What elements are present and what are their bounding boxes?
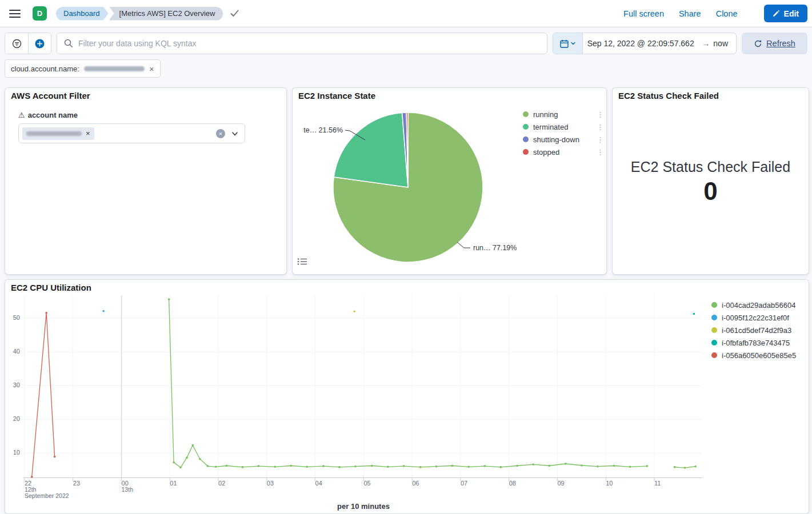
legend-color-dot xyxy=(711,352,717,358)
search-icon xyxy=(64,39,73,48)
edit-button[interactable]: Edit xyxy=(764,5,807,22)
legend-item-i-0095f12c22c31ef0f[interactable]: i-0095f12c22c31ef0f xyxy=(711,311,807,324)
legend-item-running[interactable]: running⋮ xyxy=(523,108,604,121)
clone-link[interactable]: Clone xyxy=(716,9,738,18)
metric-value: 0 xyxy=(613,177,809,206)
full-screen-link[interactable]: Full screen xyxy=(623,9,664,18)
legend-color-dot xyxy=(523,136,529,142)
edit-button-label: Edit xyxy=(784,9,799,18)
legend-color-dot xyxy=(711,340,717,346)
legend-label: i-004cad29adab56604 xyxy=(722,301,795,310)
range-arrow-icon: → xyxy=(698,39,713,48)
x-axis-tick-label: 23 xyxy=(73,480,80,487)
x-axis-date-label: September 2022 xyxy=(25,492,69,499)
legend-item-terminated[interactable]: terminated⋮ xyxy=(523,121,604,133)
hamburger-menu-button[interactable] xyxy=(9,7,23,21)
legend-item-i-056a6050e605e85e5[interactable]: i-056a6050e605e85e5 xyxy=(711,349,807,362)
kql-search-input[interactable] xyxy=(78,39,540,48)
legend-color-dot xyxy=(523,111,529,117)
filter-pill-label: cloud.account.name: xyxy=(11,65,79,73)
panel-ec2-cpu-utilization: EC2 CPU Utilization 1020304050 222300010… xyxy=(5,279,809,514)
saved-check-icon[interactable] xyxy=(230,10,239,17)
top-navigation-bar: D Dashboard [Metrics AWS] EC2 Overview F… xyxy=(0,0,812,27)
control-label: ⚠ account name xyxy=(18,111,78,119)
legend-toggle-button[interactable] xyxy=(297,257,309,267)
x-axis-tick-label: 02 xyxy=(218,480,225,487)
legend-actions-icon[interactable]: ⋮ xyxy=(597,110,604,119)
menu-icon xyxy=(9,10,21,11)
legend-item-i-0fbfafb783e743475[interactable]: i-0fbfafb783e743475 xyxy=(711,336,807,349)
calendar-icon xyxy=(560,39,569,48)
deployment-badge[interactable]: D xyxy=(33,6,47,21)
legend-list-icon xyxy=(297,257,307,266)
filter-pill[interactable]: cloud.account.name: × xyxy=(5,59,161,78)
plus-icon xyxy=(35,39,45,49)
pencil-icon xyxy=(773,10,780,17)
x-axis-tick-label: 03 xyxy=(267,480,274,487)
x-axis-tick-label: 04 xyxy=(315,480,322,487)
y-axis-tick-label: 30 xyxy=(5,382,20,388)
y-axis-tick-label: 50 xyxy=(5,314,20,321)
date-picker: Sep 12, 2022 @ 22:09:57.662 → now xyxy=(553,33,737,54)
x-axis-tick-label: 09 xyxy=(557,480,564,487)
refresh-button-label: Refresh xyxy=(766,39,795,48)
chevron-down-icon xyxy=(570,41,576,46)
selected-option-token[interactable]: × xyxy=(22,127,94,140)
legend-color-dot xyxy=(711,302,717,308)
share-link[interactable]: Share xyxy=(679,9,701,18)
time-range-end[interactable]: now xyxy=(713,39,736,48)
cpu-legend: i-004cad29adab56604i-0095f12c22c31ef0fi-… xyxy=(711,299,807,362)
redacted-filter-value xyxy=(84,66,145,71)
token-remove-icon[interactable]: × xyxy=(86,129,90,138)
panel-title: EC2 CPU Utilization xyxy=(11,283,91,292)
legend-label: i-056a6050e605e85e5 xyxy=(722,351,796,360)
legend-actions-icon[interactable]: ⋮ xyxy=(597,148,604,156)
legend-actions-icon[interactable]: ⋮ xyxy=(597,123,604,131)
x-axis-tick-label: 10 xyxy=(606,480,613,487)
query-controls-group xyxy=(5,33,51,54)
filter-set-icon xyxy=(12,39,22,49)
x-axis-tick-label: 07 xyxy=(461,480,467,487)
refresh-button[interactable]: Refresh xyxy=(742,33,807,54)
x-axis-title: per 10 minutes xyxy=(23,502,703,511)
saved-query-menu-button[interactable] xyxy=(5,33,28,54)
top-actions: Full screen Share Clone Edit xyxy=(623,5,812,22)
date-quick-menu-button[interactable] xyxy=(553,33,583,54)
legend-item-i-061cd5def74d2f9a3[interactable]: i-061cd5def74d2f9a3 xyxy=(711,324,807,336)
refresh-icon xyxy=(754,39,762,48)
legend-actions-icon[interactable]: ⋮ xyxy=(597,135,604,144)
warning-icon: ⚠ xyxy=(18,111,25,119)
legend-label: i-0095f12c22c31ef0f xyxy=(722,314,789,322)
x-axis-tick-label: 08 xyxy=(509,480,516,487)
redacted-account-value xyxy=(26,131,82,136)
x-axis-tick-labels: 222300010203040506070809101112thSeptembe… xyxy=(23,480,703,499)
cpu-line-chart[interactable] xyxy=(23,295,703,484)
legend-label: terminated xyxy=(533,123,568,131)
time-range-start[interactable]: Sep 12, 2022 @ 22:09:57.662 xyxy=(583,39,698,48)
breadcrumb-dashboard[interactable]: Dashboard xyxy=(56,7,109,21)
combobox-chevron-icon[interactable] xyxy=(230,129,239,138)
filter-remove-icon[interactable]: × xyxy=(149,65,154,73)
legend-item-i-004cad29adab56604[interactable]: i-004cad29adab56604 xyxy=(711,299,807,311)
pie-slice-terminated[interactable] xyxy=(334,113,408,187)
legend-color-dot xyxy=(523,149,529,155)
legend-label: shutting-down xyxy=(533,135,579,144)
legend-item-stopped[interactable]: stopped⋮ xyxy=(523,146,604,158)
panel-ec2-instance-state: EC2 Instance State te… 21.56% run… 77.19… xyxy=(292,87,607,275)
add-filter-button[interactable] xyxy=(28,33,51,54)
pie-callout-label-running: run… 77.19% xyxy=(473,244,517,252)
y-axis-tick-label: 40 xyxy=(5,348,20,355)
x-axis-tick-label: 01 xyxy=(170,480,177,487)
legend-item-shutting-down[interactable]: shutting-down⋮ xyxy=(523,133,604,146)
control-label-text: account name xyxy=(28,111,78,119)
account-combobox[interactable]: × × xyxy=(18,123,245,143)
metric-visualization: EC2 Status Check Failed 0 xyxy=(613,159,809,206)
breadcrumb-current-page[interactable]: [Metrics AWS] EC2 Overview xyxy=(109,7,223,21)
y-axis-tick-label: 20 xyxy=(5,415,20,422)
legend-label: i-0fbfafb783e743475 xyxy=(722,339,790,347)
x-axis-tick-label: 05 xyxy=(363,480,370,487)
clear-selection-icon[interactable]: × xyxy=(216,129,225,138)
breadcrumb: Dashboard [Metrics AWS] EC2 Overview xyxy=(56,7,223,21)
legend-label: running xyxy=(533,110,558,119)
panel-title: EC2 Status Check Failed xyxy=(618,91,719,101)
